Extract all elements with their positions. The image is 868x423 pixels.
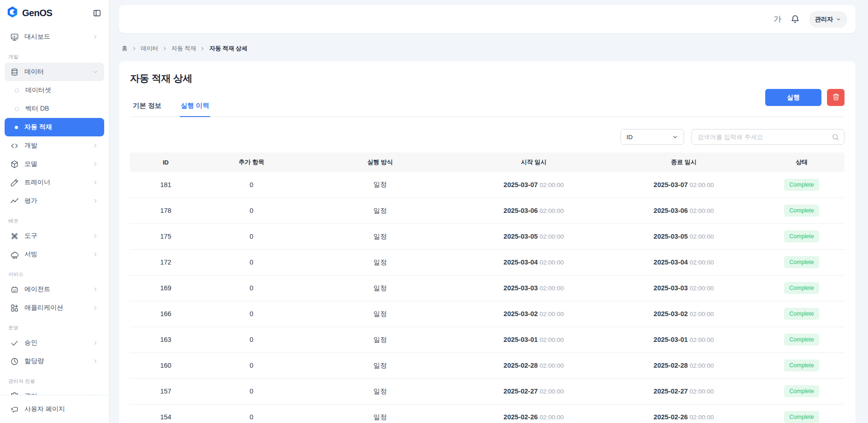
search-input[interactable] — [697, 134, 832, 141]
cell-start-datetime: 2025-03-03 02:00:00 — [459, 275, 609, 301]
column-header: 실행 방식 — [301, 153, 459, 172]
serving-icon — [10, 250, 19, 259]
sidebar-item-데이터[interactable]: 데이터 — [5, 63, 104, 81]
cell-added-items: 0 — [201, 249, 301, 275]
table-row[interactable]: 175 0 일정 2025-03-05 02:00:00 2025-03-05 … — [130, 223, 844, 249]
table-row[interactable]: 181 0 일정 2025-03-07 02:00:00 2025-03-07 … — [130, 172, 844, 198]
notification-bell-icon[interactable] — [791, 14, 800, 24]
sidebar-subitem-자동 적재[interactable]: 자동 적재 — [5, 118, 104, 136]
sidebar-item-트레이너[interactable]: 트레이너 — [5, 173, 104, 192]
breadcrumb-item[interactable]: 데이터 — [141, 45, 159, 53]
sidebar-item-user-page[interactable]: 사용자 페이지 — [5, 400, 104, 418]
cell-method: 일정 — [301, 172, 459, 198]
cell-start-datetime: 2025-02-27 02:00:00 — [459, 378, 609, 404]
breadcrumb-item[interactable]: 자동 적재 — [171, 45, 196, 53]
tab-bar: 기본 정보실행 이력 — [130, 96, 844, 117]
cell-status: Complete — [759, 249, 844, 275]
cell-status: Complete — [759, 198, 844, 223]
search-field-select[interactable]: ID — [620, 129, 684, 145]
column-header: 추가 항목 — [201, 153, 301, 172]
sidebar-nav: 대시보드개발데이터데이터셋벡터 DB자동 적재개발모델트레이너평가배포도구서빙서… — [0, 26, 109, 395]
brand-name: GenOS — [22, 8, 52, 18]
sidebar-item-label: 서빙 — [24, 250, 87, 258]
font-size-button[interactable]: 가 — [774, 14, 781, 24]
sidebar-item-애플리케이션[interactable]: 애플리케이션 — [5, 299, 104, 317]
chevron-right-icon — [92, 34, 99, 40]
sidebar: GenOS 대시보드개발데이터데이터셋벡터 DB자동 적재개발모델트레이너평가배… — [0, 0, 109, 423]
cell-id: 154 — [130, 404, 201, 423]
cell-id: 163 — [130, 327, 201, 352]
table-row[interactable]: 160 0 일정 2025-02-28 02:00:00 2025-02-28 … — [130, 352, 844, 378]
sidebar-item-개발[interactable]: 개발 — [5, 136, 104, 155]
sidebar-section-label: 개발 — [5, 46, 104, 63]
cell-added-items: 0 — [201, 275, 301, 301]
sidebar-item-모델[interactable]: 모델 — [5, 155, 104, 173]
tab-기본 정보[interactable]: 기본 정보 — [132, 96, 162, 117]
table-row[interactable]: 166 0 일정 2025-03-02 02:00:00 2025-03-02 … — [130, 301, 844, 327]
cell-status: Complete — [759, 327, 844, 352]
tab-실행 이력[interactable]: 실행 이력 — [180, 96, 210, 117]
evaluation-icon — [10, 197, 19, 206]
table-row[interactable]: 163 0 일정 2025-03-01 02:00:00 2025-03-01 … — [130, 327, 844, 352]
genos-logo[interactable]: GenOS — [6, 6, 52, 20]
table-row[interactable]: 154 0 일정 2025-02-26 02:00:00 2025-02-26 … — [130, 404, 844, 423]
table-row[interactable]: 178 0 일정 2025-03-06 02:00:00 2025-03-06 … — [130, 198, 844, 223]
sidebar-collapse-icon[interactable] — [93, 9, 101, 18]
breadcrumb-separator-icon — [200, 46, 205, 51]
run-button[interactable]: 실행 — [765, 89, 821, 106]
cell-start-datetime: 2025-03-07 02:00:00 — [459, 172, 609, 198]
sidebar-item-에이전트[interactable]: 에이전트 — [5, 280, 104, 299]
user-menu-button[interactable]: 관리자 — [809, 11, 847, 28]
sidebar-footer: 사용자 페이지 — [0, 395, 109, 423]
approval-icon — [10, 339, 19, 347]
cell-end-datetime: 2025-03-07 02:00:00 — [609, 172, 759, 198]
search-icon[interactable] — [832, 133, 839, 141]
cell-added-items: 0 — [201, 404, 301, 423]
cell-end-datetime: 2025-03-05 02:00:00 — [609, 223, 759, 249]
chevron-right-icon — [92, 179, 99, 186]
sidebar-header: GenOS — [0, 0, 109, 26]
cell-start-datetime: 2025-03-06 02:00:00 — [459, 198, 609, 223]
table-row[interactable]: 169 0 일정 2025-03-03 02:00:00 2025-03-03 … — [130, 275, 844, 301]
chevron-right-icon — [92, 251, 99, 258]
sidebar-subitem-label: 벡터 DB — [25, 105, 49, 113]
sidebar-item-할당량[interactable]: 할당량 — [5, 352, 104, 370]
application-icon — [10, 304, 19, 312]
chevron-right-icon — [92, 286, 99, 293]
bullet-icon — [15, 126, 18, 129]
cell-added-items: 0 — [201, 352, 301, 378]
cell-added-items: 0 — [201, 378, 301, 404]
sidebar-item-대시보드[interactable]: 대시보드 — [5, 28, 104, 46]
sidebar-subitem-벡터 DB[interactable]: 벡터 DB — [5, 100, 104, 118]
user-page-icon — [10, 405, 19, 414]
quota-icon — [10, 357, 19, 366]
sidebar-item-label: 평가 — [24, 197, 87, 205]
bullet-icon — [15, 107, 19, 111]
trainer-icon — [10, 178, 19, 187]
sidebar-item-label: 개발 — [24, 141, 87, 150]
sidebar-item-label: 도구 — [24, 232, 87, 240]
sidebar-item-서빙[interactable]: 서빙 — [5, 245, 104, 264]
sidebar-item-승인[interactable]: 승인 — [5, 334, 104, 352]
sidebar-item-도구[interactable]: 도구 — [5, 227, 104, 245]
status-badge: Complete — [784, 230, 819, 242]
search-box — [691, 129, 844, 145]
table-row[interactable]: 172 0 일정 2025-03-04 02:00:00 2025-03-04 … — [130, 249, 844, 275]
table-header-row: ID추가 항목실행 방식시작 일시종료 일시상태 — [130, 153, 844, 172]
status-badge: Complete — [784, 179, 819, 191]
cell-id: 169 — [130, 275, 201, 301]
column-header: ID — [130, 153, 201, 172]
execution-history-table: ID추가 항목실행 방식시작 일시종료 일시상태 181 0 일정 2025-0… — [130, 153, 844, 423]
sidebar-subitem-label: 데이터셋 — [25, 86, 51, 94]
sidebar-item-관리[interactable]: 관리 — [5, 387, 104, 395]
table-row[interactable]: 157 0 일정 2025-02-27 02:00:00 2025-02-27 … — [130, 378, 844, 404]
breadcrumb-item[interactable]: 홈 — [122, 45, 128, 53]
sidebar-subitem-데이터셋[interactable]: 데이터셋 — [5, 81, 104, 100]
cell-id: 166 — [130, 301, 201, 327]
breadcrumb-separator-icon — [162, 46, 167, 51]
delete-button[interactable] — [827, 89, 844, 106]
sidebar-item-평가[interactable]: 평가 — [5, 192, 104, 210]
chevron-right-icon — [92, 340, 99, 346]
cell-method: 일정 — [301, 249, 459, 275]
cell-status: Complete — [759, 352, 844, 378]
